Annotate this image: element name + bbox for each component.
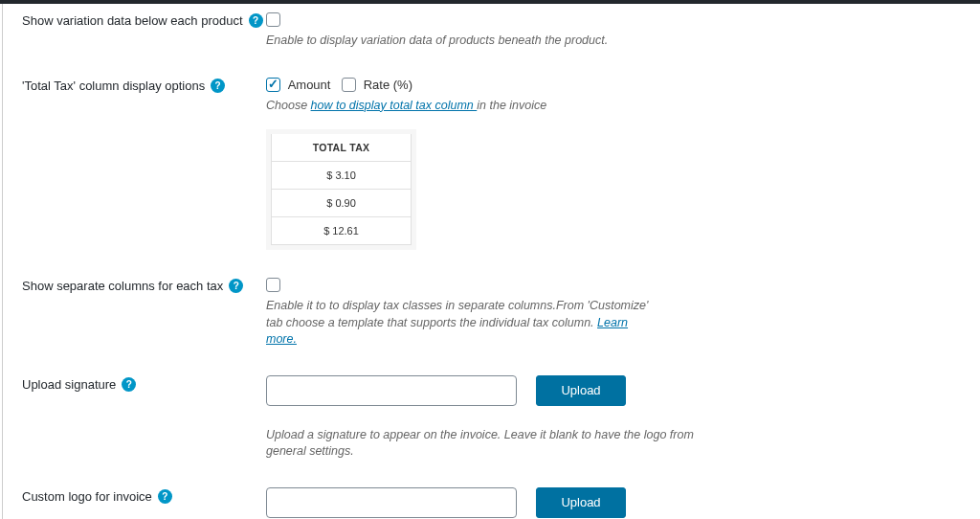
desc-pre: Enable it to to display tax classes in s… [266, 299, 648, 329]
help-icon[interactable]: ? [249, 13, 263, 28]
upload-signature-button[interactable]: Upload [536, 375, 626, 406]
label-text: Upload signature [22, 377, 116, 392]
checkbox-variation-data[interactable] [266, 12, 280, 27]
help-icon[interactable]: ? [122, 377, 136, 392]
row-upload-signature: Upload signature ? Upload Upload a signa… [22, 375, 961, 461]
table-row: $ 12.61 [272, 217, 412, 245]
checkbox-rate[interactable] [342, 78, 356, 92]
help-icon[interactable]: ? [211, 79, 225, 93]
field-total-tax: Amount Rate (%) Choose how to display to… [266, 77, 961, 251]
field-separate-cols: Enable it to to display tax classes in s… [266, 277, 961, 349]
signature-path-input[interactable] [266, 375, 517, 406]
field-custom-logo: Upload [266, 487, 961, 518]
label-total-tax: 'Total Tax' column display options ? [22, 77, 266, 93]
settings-form: Show variation data below each product ?… [2, 4, 980, 519]
field-variation-data: Enable to display variation data of prod… [266, 11, 961, 50]
row-custom-logo: Custom logo for invoice ? Upload [22, 487, 961, 518]
tax-preview-table: TOTAL TAX $ 3.10 $ 0.90 $ 12.61 [271, 134, 412, 245]
upload-controls-logo: Upload [266, 487, 961, 518]
label-custom-logo: Custom logo for invoice ? [22, 487, 266, 504]
row-variation-data: Show variation data below each product ?… [22, 11, 961, 50]
desc-post: in the invoice [477, 99, 546, 112]
desc-variation-data: Enable to display variation data of prod… [266, 33, 725, 50]
tax-cell: $ 12.61 [272, 217, 412, 245]
checkbox-amount[interactable] [266, 78, 280, 92]
tax-cell: $ 3.10 [272, 162, 412, 190]
row-total-tax: 'Total Tax' column display options ? Amo… [22, 77, 961, 251]
label-text: 'Total Tax' column display options [22, 79, 205, 93]
tax-cell: $ 0.90 [272, 190, 412, 217]
label-rate: Rate (%) [364, 78, 412, 92]
logo-path-input[interactable] [266, 487, 517, 518]
label-variation-data: Show variation data below each product ? [22, 11, 266, 28]
table-row: $ 0.90 [272, 190, 412, 217]
label-text: Show variation data below each product [22, 13, 243, 28]
upload-logo-button[interactable]: Upload [536, 487, 626, 518]
desc-total-tax: Choose how to display total tax column i… [266, 98, 725, 115]
total-tax-preview: TOTAL TAX $ 3.10 $ 0.90 $ 12.61 [266, 129, 416, 250]
link-total-tax-help[interactable]: how to display total tax column [311, 99, 478, 112]
label-amount: Amount [288, 78, 331, 92]
label-upload-signature: Upload signature ? [22, 375, 266, 392]
total-tax-options: Amount Rate (%) [266, 77, 420, 91]
help-icon[interactable]: ? [158, 489, 172, 504]
tax-preview-header: TOTAL TAX [272, 134, 412, 162]
desc-separate-cols: Enable it to to display tax classes in s… [266, 298, 649, 349]
label-text: Show separate columns for each tax [22, 279, 223, 293]
table-row: $ 3.10 [272, 162, 412, 190]
field-upload-signature: Upload Upload a signature to appear on t… [266, 375, 961, 461]
row-separate-cols: Show separate columns for each tax ? Ena… [22, 277, 961, 349]
label-text: Custom logo for invoice [22, 489, 152, 504]
help-icon[interactable]: ? [229, 279, 243, 293]
label-separate-cols: Show separate columns for each tax ? [22, 277, 266, 293]
checkbox-separate-cols[interactable] [266, 278, 280, 292]
desc-pre: Choose [266, 99, 311, 112]
upload-controls-signature: Upload [266, 375, 961, 406]
desc-signature: Upload a signature to appear on the invo… [266, 427, 725, 461]
